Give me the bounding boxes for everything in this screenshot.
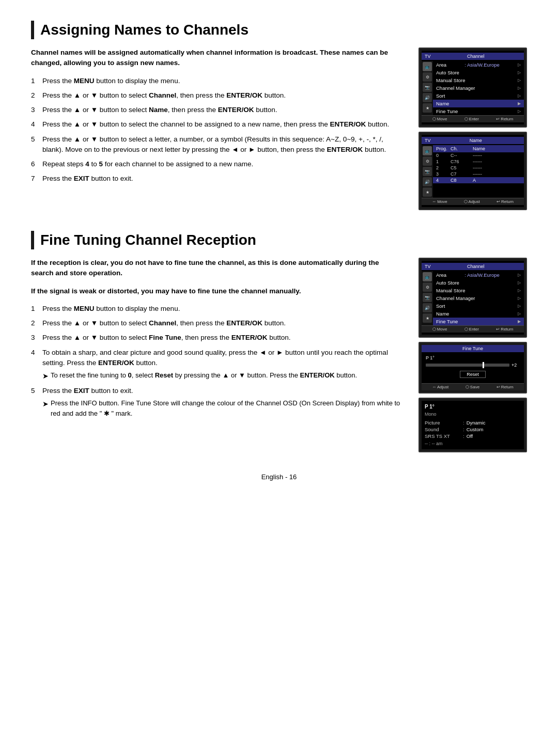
tv-name-icon-1: 📺 <box>423 146 432 155</box>
tv-name-header: TV Name <box>422 137 524 144</box>
info-sound-value: Custom <box>467 427 484 432</box>
tv-menu-name: Name ▶ <box>433 100 524 107</box>
tv-footer-enter: ⬡ Enter <box>464 117 479 121</box>
section-title-finetune: Fine Tuning Channel Reception <box>40 232 256 248</box>
tv-autostore-label: Auto Store <box>436 70 459 75</box>
tv-c2-sort: Sort ▷ <box>433 302 524 310</box>
tv-c2-channelmgr-label: Channel Manager <box>436 295 475 301</box>
tv-c2-manualstore-arrow: ▷ <box>518 288 521 293</box>
tv-icon-5: ★ <box>423 103 432 113</box>
ft-reset-button: Reset <box>460 371 486 378</box>
steps-finetune: 1 Press the MENU button to display the m… <box>31 304 403 419</box>
ft-footer-adjust: ↔ Adjust <box>432 385 448 389</box>
tv-prog-3: 3 <box>436 171 446 177</box>
tv-c2-area-label: Area <box>436 272 446 278</box>
section-heading-finetune: Fine Tuning Channel Reception <box>31 231 527 249</box>
section-bar-2 <box>31 231 34 249</box>
tv-icon-4: 🔊 <box>423 93 432 102</box>
ft-footer: ↔ Adjust ⬡ Save ↩ Return <box>422 383 524 390</box>
tv-channel2-content: Area : Asia/W.Europe ▷ Auto Store ▷ Manu… <box>433 271 524 325</box>
tv-c2-channelmgr-arrow: ▷ <box>518 296 521 301</box>
tv-area-arrow: ▷ <box>518 62 521 67</box>
info-row-picture: Picture : Dynamic <box>425 420 521 426</box>
tv-channel2-body: 📺 ⚙ 📷 🔊 ★ Area : Asia/W.Europe ▷ <box>422 271 524 325</box>
ft-step-num-3: 3 <box>31 333 42 343</box>
step-num-7: 7 <box>31 174 42 184</box>
step-2: 2 Press the ▲ or ▼ button to select Chan… <box>31 90 403 101</box>
step-num-2: 2 <box>31 90 42 101</box>
note-text: To reset the fine tuning to 0, select Re… <box>51 370 357 381</box>
step-num-6: 6 <box>31 159 42 169</box>
section-body-finetune: If the reception is clear, you do not ha… <box>31 258 527 452</box>
tv-channel-footer: ⬡ Move ⬡ Enter ↩ Return <box>422 115 524 122</box>
intro-paragraph-finetune-2: If the signal is weak or distorted, you … <box>31 286 403 296</box>
tv-c2-finetune-arrow: ▶ <box>518 319 521 324</box>
tv-name-icon-col: 📺 ⚙ 📷 🔊 ★ <box>422 145 433 198</box>
tv-name-table-header: Prog. Ch. Name <box>433 145 524 152</box>
section-assigning-names: Assigning Names to Channels Channel name… <box>31 21 527 210</box>
tv-screen-name: TV Name 📺 ⚙ 📷 🔊 ★ <box>419 132 527 210</box>
tv-ch-2: C5 <box>451 165 469 170</box>
tv-channelmgr-label: Channel Manager <box>436 85 475 91</box>
tv-label-channel: Channel <box>467 54 485 59</box>
tv-autostore-arrow: ▷ <box>518 70 521 75</box>
tv-c2-autostore: Auto Store ▷ <box>433 279 524 287</box>
tv-name-1: ------ <box>473 159 521 164</box>
tv-screen-channel2-inner: TV Channel 📺 ⚙ 📷 🔊 ★ <box>422 261 524 335</box>
section-bar <box>31 21 34 39</box>
step-3: 3 Press the ▲ or ▼ button to select Name… <box>31 105 403 115</box>
tv-name-row-1: 1 C76 ------ <box>433 159 524 165</box>
tv-c2-autostore-label: Auto Store <box>436 280 459 286</box>
tv-sort-arrow: ▷ <box>518 93 521 98</box>
ft-step-5-note: ➤ Press the INFO button. Fine Tune Store… <box>42 398 403 418</box>
tv-finetune-arrow: ▷ <box>518 109 521 114</box>
note-arrow-symbol: ➤ <box>42 371 49 382</box>
ft-slider-screen: Fine Tune P 1° +2 Reset <box>419 342 527 393</box>
step-content-5: Press the ▲ or ▼ button to select a lett… <box>42 134 403 155</box>
tv-c2-name-label: Name <box>436 311 449 317</box>
tv-ch-3: C7 <box>451 171 469 177</box>
step-4: 4 Press the ▲ or ▼ button to select the … <box>31 119 403 130</box>
ft-step-num-2: 2 <box>31 318 42 328</box>
tv-manualstore-label: Manual Store <box>436 77 466 83</box>
tv-c2-footer-return: ↩ Return <box>496 327 513 332</box>
info-mono: Mono <box>425 412 521 417</box>
tv-prog-0: 0 <box>436 153 446 158</box>
ft-step-2: 2 Press the ▲ or ▼ button to select Chan… <box>31 318 403 328</box>
tv-c2-icon-1: 📺 <box>423 272 432 281</box>
tv-name-row-2: 2 C5 ------ <box>433 165 524 171</box>
tv-area-value: : Asia/W.Europe <box>464 62 500 68</box>
steps-assigning: 1 Press the MENU button to display the m… <box>31 76 403 184</box>
ft-step-1: 1 Press the MENU button to display the m… <box>31 304 403 314</box>
info-colon-1: : <box>463 420 464 426</box>
ft-slider-track <box>426 364 509 367</box>
info-sound-label: Sound <box>425 427 461 432</box>
tv-channel-content: Area : Asia/W.Europe ▷ Auto Store ▷ Manu… <box>433 61 524 115</box>
tv-finetune-label: Fine Tune <box>436 108 458 114</box>
tv-prog-2: 2 <box>436 165 446 170</box>
info-prog: P 1° <box>425 404 521 410</box>
tv-channel2-footer: ⬡ Move ⬡ Enter ↩ Return <box>422 325 524 333</box>
tv-icon-2: ⚙ <box>423 72 432 82</box>
tv-name-row-3: 3 C7 ------ <box>433 171 524 177</box>
tv-channel-body: 📺 ⚙ 📷 🔊 ★ Area : Asia/W.Europe ▷ <box>422 61 524 115</box>
tv-ch-0: C-- <box>451 153 469 158</box>
ft-slider-thumb <box>483 362 484 368</box>
tv-c2-area-arrow: ▷ <box>518 273 521 277</box>
ft-step-content-4: To obtain a sharp, and clear picture and… <box>42 348 403 382</box>
tv-c2-icon-3: 📷 <box>423 293 432 302</box>
step-content-7: Press the EXIT button to exit. <box>42 174 403 184</box>
ft-step-content-5: Press the EXIT button to exit. ➤ Press t… <box>42 386 403 418</box>
tv-col-name-header: Name <box>473 146 521 151</box>
ft-step-4: 4 To obtain a sharp, and clear picture a… <box>31 348 403 382</box>
ft-step-num-5: 5 <box>31 386 42 418</box>
tv-channel-header: TV Channel <box>422 53 524 60</box>
tv-menu-area: Area : Asia/W.Europe ▷ <box>433 61 524 69</box>
ft-step-num-1: 1 <box>31 304 42 314</box>
tv-footer-move: ⬡ Move <box>432 117 447 121</box>
tv-label-tv: TV <box>425 54 431 59</box>
step-content-6: Repeat steps 4 to 5 for each channel to … <box>42 159 403 169</box>
tv-channel2-header: TV Channel <box>422 263 524 270</box>
step-1: 1 Press the MENU button to display the m… <box>31 76 403 86</box>
ft-step-content-3: Press the ▲ or ▼ button to select Fine T… <box>42 333 403 343</box>
